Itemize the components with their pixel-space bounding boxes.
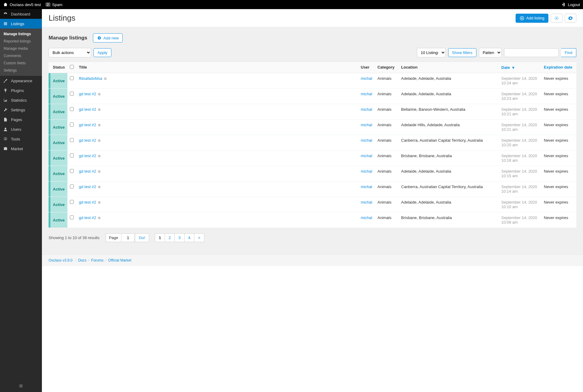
settings-button[interactable] <box>565 14 576 23</box>
row-checkbox[interactable] <box>70 107 74 111</box>
row-checkbox[interactable] <box>70 123 74 127</box>
add-new-button[interactable]: Add new <box>93 33 123 42</box>
table-row: Activegd test #2 ⧉michalAnimalsAdelaide,… <box>49 197 576 212</box>
listing-title-link[interactable]: gd test #2 <box>79 169 96 174</box>
listing-title-link[interactable]: gd test #2 <box>79 215 96 220</box>
external-link-icon[interactable]: ⧉ <box>97 201 101 204</box>
pager-4[interactable]: 4 <box>184 233 194 242</box>
nav-item-dashboard[interactable]: Dashboard <box>0 9 42 19</box>
user-link[interactable]: michal <box>361 215 372 220</box>
listing-title-link[interactable]: gd test #2 <box>79 154 96 158</box>
help-button[interactable] <box>551 14 562 23</box>
user-link[interactable]: michal <box>361 184 372 189</box>
bulk-actions-select[interactable]: Bulk actions <box>49 48 91 57</box>
row-checkbox[interactable] <box>70 76 74 80</box>
nav-item-statistics[interactable]: Statistics <box>0 95 42 105</box>
external-link-icon[interactable]: ⧉ <box>97 92 101 96</box>
nav-item-plugins[interactable]: Plugins <box>0 86 42 95</box>
listing-title-link[interactable]: ffdsafadsfdsa <box>79 76 102 81</box>
page-label: Page <box>106 233 121 242</box>
nav-sub-custom-fields[interactable]: Custom fields <box>0 59 42 67</box>
nav-item-settings[interactable]: Settings <box>0 105 42 115</box>
nav-sub-reported-listings[interactable]: Reported listings <box>0 38 42 45</box>
section-title: Manage listings <box>49 35 87 41</box>
show-filters-button[interactable]: Show filters <box>448 48 476 57</box>
user-link[interactable]: michal <box>361 138 372 143</box>
row-checkbox[interactable] <box>70 169 74 173</box>
user-link[interactable]: michal <box>361 107 372 112</box>
listing-title-link[interactable]: gd test #2 <box>79 92 96 96</box>
row-checkbox[interactable] <box>70 215 74 219</box>
nav-item-appearance[interactable]: Appearance <box>0 76 42 86</box>
footer-link-official-market[interactable]: Official Market <box>108 258 131 262</box>
add-listing-label: Add listing <box>526 16 544 20</box>
nav-item-users[interactable]: Users <box>0 124 42 134</box>
col-expiration-sort[interactable]: Expiration date <box>541 62 576 73</box>
footer-link-forums[interactable]: Forums <box>91 258 104 262</box>
footer-link-docs[interactable]: Docs <box>78 258 86 262</box>
select-all-checkbox[interactable] <box>70 65 74 69</box>
user-link[interactable]: michal <box>361 76 372 81</box>
spam-link[interactable]: 2 Spam <box>46 2 63 7</box>
table-row: Activegd test #2 ⧉michalAnimalsBellarine… <box>49 104 576 120</box>
nav-label: Listings <box>11 22 24 26</box>
listing-title-link[interactable]: gd test #2 <box>79 200 96 204</box>
listing-title-link[interactable]: gd test #2 <box>79 138 96 143</box>
nav-sub-comments[interactable]: Comments <box>0 52 42 59</box>
page-input[interactable] <box>121 233 135 242</box>
external-link-icon[interactable]: ⧉ <box>97 123 101 127</box>
listing-title-link[interactable]: gd test #2 <box>79 107 96 112</box>
gauge-icon <box>3 12 8 16</box>
nav-item-tools[interactable]: Tools <box>0 134 42 144</box>
add-listing-button[interactable]: Add listing <box>516 14 548 23</box>
logout-link[interactable]: Logout <box>561 2 580 7</box>
external-link-icon[interactable]: ⧉ <box>97 139 101 142</box>
listing-title-link[interactable]: gd test #2 <box>79 184 96 189</box>
col-title: Title <box>77 62 358 73</box>
date-cell: September 14, 2020 10:21 am <box>499 120 541 135</box>
pager-3[interactable]: 3 <box>174 233 184 242</box>
col-date-sort[interactable]: Date ▾ <box>499 62 541 73</box>
site-home-link[interactable]: Osclass dev5 test <box>3 2 41 7</box>
listing-title-link[interactable]: gd test #2 <box>79 123 96 127</box>
row-checkbox[interactable] <box>70 92 74 96</box>
svg-point-4 <box>556 18 557 19</box>
nav-sub-settings[interactable]: Settings <box>0 67 42 74</box>
row-checkbox[interactable] <box>70 184 74 188</box>
search-input[interactable] <box>504 48 559 57</box>
pager->[interactable]: > <box>194 233 204 242</box>
location-cell: Adelaide Hills, Adelaide, Australia <box>399 120 499 135</box>
sidebar-collapse[interactable] <box>0 380 42 392</box>
external-link-icon[interactable]: ⧉ <box>97 108 101 111</box>
user-link[interactable]: michal <box>361 123 372 127</box>
external-link-icon[interactable]: ⧉ <box>97 185 101 189</box>
external-link-icon[interactable]: ⧉ <box>97 154 101 158</box>
external-link-icon[interactable]: ⧉ <box>97 216 101 220</box>
add-new-label: Add new <box>104 36 119 40</box>
apply-button[interactable]: Apply <box>94 48 111 57</box>
external-link-icon[interactable]: ⧉ <box>97 170 101 173</box>
nav-item-pages[interactable]: Pages <box>0 115 42 124</box>
user-link[interactable]: michal <box>361 92 372 96</box>
go-button[interactable]: Go! <box>135 233 149 242</box>
plug-icon <box>3 88 8 93</box>
pager-1[interactable]: 1 <box>155 233 165 242</box>
user-link[interactable]: michal <box>361 200 372 204</box>
pager-2[interactable]: 2 <box>165 233 175 242</box>
category-cell: Animals <box>375 181 399 197</box>
row-checkbox[interactable] <box>70 154 74 157</box>
user-link[interactable]: michal <box>361 154 372 158</box>
row-checkbox[interactable] <box>70 200 74 204</box>
user-link[interactable]: michal <box>361 169 372 174</box>
sort-desc-icon: ▾ <box>511 65 516 70</box>
nav-sub-manage-media[interactable]: Manage media <box>0 45 42 52</box>
search-mode-select[interactable]: Pattern <box>479 48 502 57</box>
footer-version[interactable]: Osclass v3.9.0 <box>49 258 73 262</box>
find-button[interactable]: Find <box>561 48 576 57</box>
external-link-icon[interactable]: ⧉ <box>103 77 107 80</box>
nav-item-market[interactable]: Market <box>0 144 42 154</box>
row-checkbox[interactable] <box>70 138 74 142</box>
per-page-select[interactable]: 10 Listings <box>417 48 446 57</box>
nav-sub-manage-listings[interactable]: Manage listings <box>0 30 42 38</box>
nav-item-listings[interactable]: Listings <box>0 19 42 29</box>
